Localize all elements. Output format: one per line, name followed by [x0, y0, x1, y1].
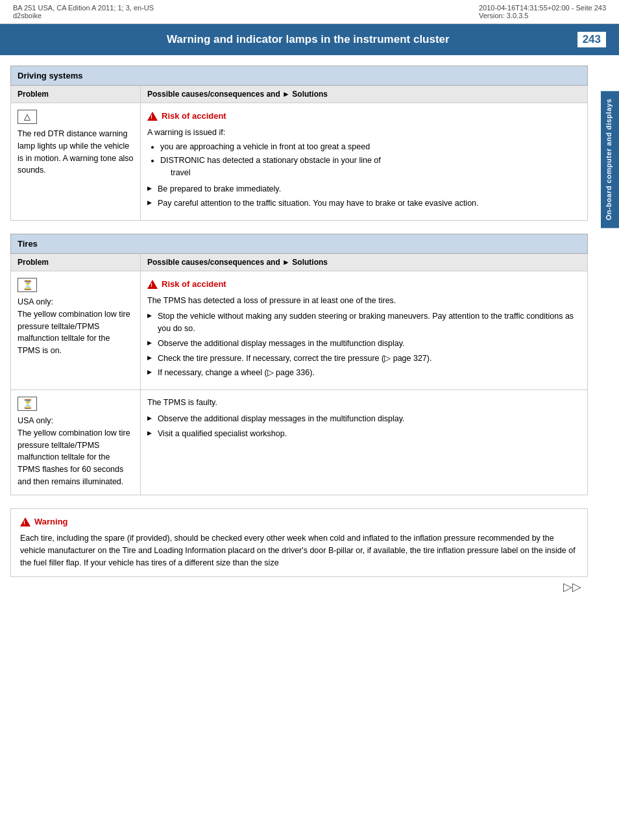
tires-row1-problem: ⏳ USA only: The yellow combination low t…	[11, 271, 141, 390]
driving-systems-header: Driving systems	[11, 66, 588, 86]
tires-col-problem-header: Problem	[11, 254, 141, 271]
ds-col-problem-header: Problem	[11, 86, 141, 103]
meta-left-top: BA 251 USA, CA Edition A 2011; 1; 3, en-…	[13, 4, 154, 12]
tpms-on-icon: ⏳	[18, 278, 37, 292]
ds-bullet-list: Be prepared to brake immediately. Pay ca…	[147, 183, 581, 210]
ds-dot-item-1: you are approaching a vehicle in front a…	[160, 141, 581, 153]
ds-dot-item-2: DISTRONIC has detected a stationary obst…	[160, 154, 581, 179]
meta-bar: BA 251 USA, CA Edition A 2011; 1; 3, en-…	[0, 0, 619, 24]
tires-row2-usa: USA only:	[18, 415, 134, 427]
tires-row1-bullets: Stop the vehicle without making any sudd…	[147, 310, 581, 379]
ds-dot-list: you are approaching a vehicle in front a…	[160, 141, 581, 179]
ds-causes-cell: Risk of accident A warning is issued if:…	[141, 103, 588, 221]
tires-risk-triangle-icon-1	[147, 280, 158, 289]
meta-left: BA 251 USA, CA Edition A 2011; 1; 3, en-…	[13, 4, 154, 19]
meta-right: 2010-04-16T14:31:55+02:00 - Seite 243 Ve…	[479, 4, 606, 19]
dtr-warning-icon: △	[18, 110, 37, 124]
ds-problem-text: The red DTR distance warning lamp lights…	[18, 128, 134, 177]
driving-systems-table: Driving systems Problem Possible causes/…	[10, 66, 588, 221]
meta-right-top: 2010-04-16T14:31:55+02:00 - Seite 243	[479, 4, 606, 12]
meta-left-bottom: d2sboike	[13, 12, 154, 19]
ds-risk-triangle-icon	[147, 112, 158, 121]
tires-risk-label-1: Risk of accident	[162, 278, 226, 291]
page-header: Warning and indicator lamps in the instr…	[0, 24, 619, 55]
meta-right-bottom: Version: 3.0.3.5	[479, 12, 606, 19]
tires-row2-intro: The TPMS is faulty.	[147, 397, 581, 409]
ds-dot-item-2-indent: travel	[160, 167, 581, 179]
tires-row1-desc: The yellow combination low tire pressure…	[18, 308, 134, 357]
tires-col-causes-header: Possible causes/consequences and ► Solut…	[141, 254, 588, 271]
ds-col-causes-header: Possible causes/consequences and ► Solut…	[141, 86, 588, 103]
page-number: 243	[577, 32, 606, 47]
tpms-flash-icon: ⏳	[18, 397, 37, 411]
tires-r1-b1: Stop the vehicle without making any sudd…	[147, 310, 581, 335]
warning-box: Warning Each tire, including the spare (…	[10, 508, 588, 577]
tires-header: Tires	[11, 234, 588, 254]
side-tab: On-board computer and displays	[601, 91, 619, 228]
tires-row1-usa: USA only:	[18, 296, 134, 308]
warning-triangle-icon	[20, 517, 30, 526]
tires-row2-problem: ⏳ USA only: The yellow combination low t…	[11, 390, 141, 495]
warning-label: Warning	[34, 515, 68, 528]
tires-r1-b2: Observe the additional display messages …	[147, 338, 581, 350]
warning-text: Each tire, including the spare (if provi…	[20, 532, 578, 570]
tires-r2-b1: Observe the additional display messages …	[147, 413, 581, 425]
ds-problem-cell: △ The red DTR distance warning lamp ligh…	[11, 103, 141, 221]
tires-r1-b4: If necessary, change a wheel (▷ page 336…	[147, 367, 581, 379]
nav-arrow: ▷▷	[10, 577, 588, 597]
ds-risk-header: Risk of accident	[147, 110, 581, 123]
ds-warning-issued: A warning is issued if:	[147, 127, 581, 139]
tires-r1-b3: Check the tire pressure. If necessary, c…	[147, 352, 581, 365]
tires-risk-header-1: Risk of accident	[147, 278, 581, 291]
ds-bullet-2: Pay careful attention to the traffic sit…	[147, 197, 581, 210]
tires-row1-causes: Risk of accident The TPMS has detected a…	[141, 271, 588, 390]
tires-row2-bullets: Observe the additional display messages …	[147, 413, 581, 440]
tires-r2-b2: Visit a qualified specialist workshop.	[147, 428, 581, 440]
tires-table: Tires Problem Possible causes/consequenc…	[10, 234, 588, 495]
main-content: Driving systems Problem Possible causes/…	[0, 55, 601, 607]
warning-box-header: Warning	[20, 515, 578, 528]
tires-row2-causes: The TPMS is faulty. Observe the addition…	[141, 390, 588, 495]
ds-risk-label: Risk of accident	[162, 110, 226, 123]
tires-row1-intro: The TPMS has detected a loss of pressure…	[147, 295, 581, 307]
tires-row2-desc: The yellow combination low tire pressure…	[18, 427, 134, 488]
ds-bullet-1: Be prepared to brake immediately.	[147, 183, 581, 195]
page-title: Warning and indicator lamps in the instr…	[39, 33, 577, 46]
